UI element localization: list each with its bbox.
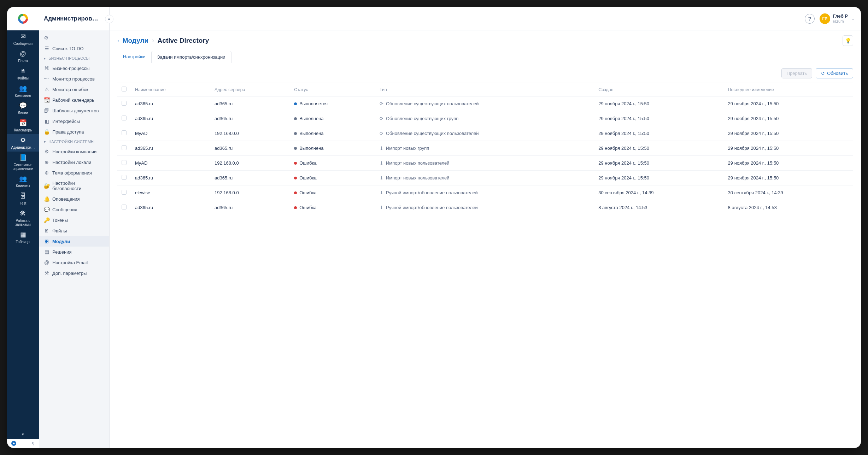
rail-item[interactable]: 📘Системные справочники (7, 152, 39, 173)
table-row[interactable]: elewise192.168.0.0Ошибка⤓Ручной импорт/о… (117, 185, 853, 200)
tree-item[interactable]: 〰Монитор процессов (39, 73, 109, 84)
rail-item[interactable]: 🛠Работа с заявками (7, 207, 39, 229)
breadcrumb-modules[interactable]: Модули (123, 37, 149, 45)
tree-item[interactable]: ⚒Доп. параметры (39, 268, 109, 278)
tree-item[interactable]: 🔐Настройки безопасности (39, 178, 109, 194)
tree-section-bp[interactable]: ▾ БИЗНЕС-ПРОЦЕССЫ (39, 54, 109, 63)
rail-item[interactable]: ✉Сообщения (7, 30, 39, 48)
rail-item[interactable]: ⚙Администри… (7, 134, 39, 152)
status-dot-icon (294, 132, 297, 135)
type-icon: ⤓ (380, 175, 383, 181)
rail-label: Таблицы (16, 240, 30, 244)
help-button[interactable]: ? (805, 14, 815, 24)
cell-server: ad365.ru (210, 141, 290, 156)
collapse-tree-button[interactable]: « (105, 15, 113, 23)
rail-item[interactable]: 👥Компания (7, 82, 39, 100)
row-checkbox[interactable] (122, 101, 127, 106)
tree-item[interactable]: ◧Интерфейсы (39, 116, 109, 126)
cell-created: 29 ноября 2024 г., 15:50 (594, 156, 723, 171)
tab-settings[interactable]: Настройки (117, 51, 151, 63)
col-server[interactable]: Адрес сервера (210, 83, 290, 96)
row-checkbox[interactable] (122, 116, 127, 120)
rail-item[interactable]: 📅Календарь (7, 117, 39, 134)
rail-item[interactable]: ▦Таблицы (7, 229, 39, 246)
rail-item[interactable]: 🗄Test (7, 190, 39, 207)
settings-footer-icon[interactable]: ⚲ (32, 441, 35, 446)
rail-more[interactable]: ▾ (7, 430, 39, 439)
tree-item-icon: 🔒 (44, 129, 49, 135)
refresh-label: Обновить (827, 71, 848, 76)
row-checkbox[interactable] (122, 160, 127, 165)
tree-todo[interactable]: ☰ Список TO-DO (39, 43, 109, 54)
rail-item[interactable]: 💬Линии (7, 100, 39, 117)
abort-button[interactable]: Прервать (781, 68, 812, 78)
table-row[interactable]: ad365.ruad365.ruВыполнена⟳Обновление сущ… (117, 111, 853, 126)
tree-item[interactable]: 🗎Файлы (39, 225, 109, 236)
cell-type: ⤓Импорт новых пользователей (375, 171, 594, 185)
user-menu[interactable]: ГР Глеб Р razum ⌄ (820, 13, 855, 24)
row-checkbox[interactable] (122, 145, 127, 150)
back-button[interactable]: ‹ (117, 38, 119, 43)
cell-created: 29 ноября 2024 г., 15:50 (594, 141, 723, 156)
tree-item[interactable]: 💬Сообщения (39, 204, 109, 215)
col-created[interactable]: Создан (594, 83, 723, 96)
tree-section-sys[interactable]: ▾ НАСТРОЙКИ СИСТЕМЫ (39, 137, 109, 146)
table-row[interactable]: MyAD192.168.0.0Выполнена⟳Обновление суще… (117, 126, 853, 141)
table-row[interactable]: ad365.ruad365.ruВыполнена⤓Импорт новых г… (117, 141, 853, 156)
rail-item[interactable]: @Почта (7, 48, 39, 65)
row-checkbox[interactable] (122, 190, 127, 195)
row-checkbox[interactable] (122, 205, 127, 209)
cell-modified: 29 ноября 2024 г., 15:50 (724, 156, 853, 171)
table-row[interactable]: MyAD192.168.0.0Ошибка⤓Импорт новых польз… (117, 156, 853, 171)
rail-label: Системные справочники (8, 163, 37, 171)
col-status[interactable]: Статус (290, 83, 375, 96)
tree-item[interactable]: ⊞Модули (39, 236, 109, 247)
rail-label: Линии (18, 111, 28, 115)
tree-item[interactable]: 📆Рабочий календарь (39, 95, 109, 105)
rail-icon: 🗄 (20, 193, 26, 200)
tree-item[interactable]: 🔑Токены (39, 215, 109, 225)
tree-item-icon: ⊞ (44, 238, 49, 244)
col-name[interactable]: Наименование (131, 83, 210, 96)
col-modified[interactable]: Последнее изменение (724, 83, 853, 96)
rail-footer: + ⚲ (7, 439, 39, 448)
tree-item-label: Монитор процессов (52, 76, 95, 82)
table-row[interactable]: ad365.ruad365.ruОшибка⤓Ручной импорт/обн… (117, 200, 853, 215)
tabs: Настройки Задачи импорта/синхронизации (117, 51, 853, 63)
row-checkbox[interactable] (122, 175, 127, 180)
rail-item[interactable]: 👥Клиенты (7, 173, 39, 190)
cell-type: ⤓Импорт новых пользователей (375, 156, 594, 171)
tree-item[interactable]: ⌘Бизнес-процессы (39, 63, 109, 73)
gear-icon[interactable]: ⚙ (39, 32, 109, 43)
tree-item[interactable]: ⊚Тема оформления (39, 167, 109, 178)
tree-item[interactable]: 🔒Права доступа (39, 126, 109, 137)
cell-status: Выполняется (290, 96, 375, 111)
table-row[interactable]: ad365.ruad365.ruОшибка⤓Импорт новых поль… (117, 171, 853, 185)
cell-created: 29 ноября 2024 г., 15:50 (594, 96, 723, 111)
tree-item[interactable]: ⚠Монитор ошибок (39, 84, 109, 95)
tree-item-label: Монитор ошибок (52, 87, 88, 92)
tree-item-label: Настройки локали (52, 160, 91, 165)
tree-item[interactable]: ▤Решения (39, 247, 109, 257)
tree-item[interactable]: @Настройка Email (39, 257, 109, 268)
table-row[interactable]: ad365.ruad365.ruВыполняется⟳Обновление с… (117, 96, 853, 111)
hint-button[interactable]: 💡 (843, 35, 853, 46)
refresh-button[interactable]: ↺ Обновить (816, 68, 853, 78)
user-name: Глеб Р (833, 14, 848, 19)
col-type[interactable]: Тип (375, 83, 594, 96)
tree-section-sys-label: НАСТРОЙКИ СИСТЕМЫ (48, 140, 94, 144)
tree-title: Администриров… « (39, 7, 109, 30)
tab-import-tasks[interactable]: Задачи импорта/синхронизации (151, 51, 231, 63)
select-all-checkbox[interactable] (122, 87, 127, 91)
row-checkbox[interactable] (122, 130, 127, 135)
cell-modified: 29 ноября 2024 г., 15:50 (724, 171, 853, 185)
tree-item[interactable]: 🗐Шаблоны документов (39, 105, 109, 116)
rail-icon: @ (20, 51, 26, 58)
tree-item[interactable]: ⚙Настройки компании (39, 146, 109, 157)
tree-item[interactable]: 🔔Оповещения (39, 194, 109, 204)
rail-item[interactable]: 🗎Файлы (7, 65, 39, 82)
tree-item-label: Тема оформления (52, 170, 92, 176)
refresh-icon: ↺ (821, 71, 825, 76)
tree-item[interactable]: ⊕Настройки локали (39, 157, 109, 167)
add-icon[interactable]: + (11, 441, 16, 446)
